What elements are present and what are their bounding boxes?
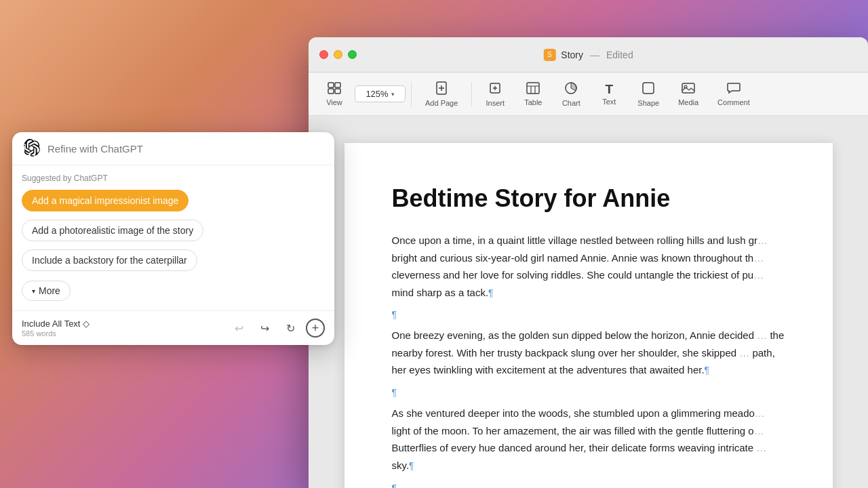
- insert-label: Insert: [486, 99, 505, 107]
- suggestion-chip-2[interactable]: Add a photorealistic image of the story: [22, 220, 203, 241]
- more-button[interactable]: ▾ More: [22, 281, 71, 301]
- suggestion-chip-1[interactable]: Add a magical impressionist image: [22, 190, 189, 211]
- chip-row-2: Add a photorealistic image of the story: [22, 220, 325, 247]
- maximize-button[interactable]: [348, 50, 357, 59]
- svg-rect-3: [335, 89, 340, 94]
- add-button[interactable]: +: [306, 319, 325, 338]
- comment-label: Comment: [717, 98, 750, 106]
- chart-icon: [564, 81, 578, 97]
- redo-button[interactable]: ↪: [254, 318, 275, 338]
- document-page: Bedtime Story for Annie Once upon a time…: [344, 143, 833, 488]
- shape-button[interactable]: Shape: [629, 77, 667, 111]
- svg-rect-0: [328, 83, 334, 87]
- undo-button[interactable]: ↩: [229, 318, 249, 338]
- table-button[interactable]: Table: [515, 78, 551, 110]
- close-button[interactable]: [319, 50, 328, 59]
- add-page-icon: [435, 81, 448, 97]
- title-bar: S Story — Edited: [309, 37, 868, 73]
- zoom-control[interactable]: 125% ▾: [355, 85, 406, 102]
- suggestion-chip-3[interactable]: Include a backstory for the caterpillar: [22, 249, 197, 271]
- text-label: Text: [602, 98, 616, 106]
- view-icon: [328, 82, 341, 96]
- insert-button[interactable]: Insert: [477, 77, 513, 111]
- panel-bottom-bar: Include All Text ◇ 585 words ↩ ↪ ↻ +: [12, 310, 334, 345]
- paragraph-3: As she ventured deeper into the woods, s…: [392, 405, 785, 474]
- svg-rect-10: [527, 83, 539, 94]
- chart-label: Chart: [562, 99, 580, 107]
- chip-row-3: Include a backstory for the caterpillar: [22, 249, 325, 277]
- comment-button[interactable]: Comment: [709, 78, 758, 110]
- chatgpt-logo-icon: [22, 139, 41, 158]
- toolbar: View 125% ▾ Add Page: [309, 73, 868, 116]
- edited-status: Edited: [606, 49, 633, 60]
- more-chevron-icon: ▾: [32, 287, 35, 295]
- svg-rect-15: [643, 83, 654, 94]
- include-all-text[interactable]: Include All Text ◇: [22, 319, 90, 329]
- document-title-text: Story: [561, 49, 583, 60]
- document-heading: Bedtime Story for Annie: [392, 184, 785, 213]
- chatgpt-search-input[interactable]: [47, 143, 325, 155]
- view-button[interactable]: View: [317, 78, 352, 110]
- include-text-area: Include All Text ◇ 585 words: [22, 319, 90, 338]
- mac-window: S Story — Edited View 125% ▾: [309, 37, 868, 488]
- text-icon: T: [606, 83, 614, 96]
- word-count: 585 words: [22, 329, 90, 338]
- shape-icon: [642, 81, 655, 97]
- paragraph-2: One breezy evening, as the golden sun di…: [392, 327, 785, 379]
- pilcrow-2: ¶: [392, 387, 785, 398]
- svg-rect-1: [335, 83, 340, 87]
- zoom-chevron-icon: ▾: [391, 91, 395, 98]
- chip-row-1: Add a magical impressionist image: [22, 190, 325, 217]
- svg-rect-2: [328, 89, 334, 94]
- media-button[interactable]: Media: [670, 78, 707, 110]
- pilcrow-3: ¶: [392, 483, 785, 488]
- table-label: Table: [524, 98, 542, 106]
- more-label: More: [39, 285, 60, 296]
- toolbar-separator-1: [411, 82, 412, 106]
- window-title: S Story — Edited: [543, 49, 633, 61]
- media-label: Media: [678, 98, 698, 106]
- zoom-value: 125%: [366, 89, 388, 99]
- toolbar-separator-2: [471, 82, 472, 106]
- svg-rect-16: [682, 83, 694, 93]
- suggestions-label: Suggested by ChatGPT: [22, 174, 325, 183]
- insert-icon: [488, 81, 502, 97]
- add-page-label: Add Page: [425, 99, 458, 107]
- document-area[interactable]: Bedtime Story for Annie Once upon a time…: [309, 116, 868, 488]
- table-icon: [526, 82, 540, 96]
- suggestions-area: Suggested by ChatGPT Add a magical impre…: [12, 165, 334, 310]
- view-label: View: [326, 98, 342, 106]
- pilcrow-1: ¶: [392, 309, 785, 320]
- chatgpt-search-bar: [12, 132, 334, 165]
- traffic-lights: [319, 50, 357, 59]
- panel-actions: ↩ ↪ ↻ +: [229, 318, 325, 338]
- add-page-button[interactable]: Add Page: [417, 77, 466, 111]
- media-icon: [682, 82, 695, 96]
- text-button[interactable]: T Text: [591, 79, 627, 110]
- title-separator: —: [590, 49, 599, 60]
- paragraph-1: Once upon a time, in a quaint little vil…: [392, 232, 785, 301]
- shape-label: Shape: [637, 99, 659, 107]
- chart-button[interactable]: Chart: [553, 77, 589, 111]
- app-icon: S: [543, 49, 555, 61]
- chatgpt-panel: Suggested by ChatGPT Add a magical impre…: [12, 132, 334, 345]
- refresh-button[interactable]: ↻: [280, 318, 300, 338]
- minimize-button[interactable]: [334, 50, 342, 59]
- comment-icon: [727, 82, 741, 96]
